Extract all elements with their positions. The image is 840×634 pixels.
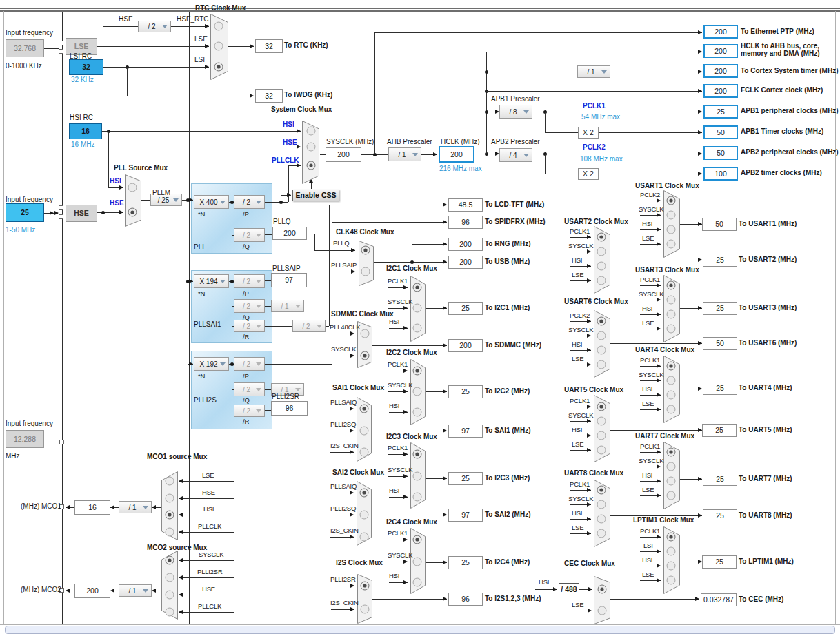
cortex-prescaler[interactable]: / 1: [577, 65, 610, 78]
uart7-clock-mux-option-3[interactable]: [667, 491, 675, 500]
lptim1-clock-mux-option-3[interactable]: [667, 576, 675, 584]
cortex-timer-freq[interactable]: 200: [703, 64, 738, 78]
uart7-freq[interactable]: 25: [703, 473, 737, 486]
spdifrx-freq[interactable]: 96: [448, 216, 483, 229]
i2s-freq[interactable]: 96: [448, 593, 483, 606]
mco2-source-mux-option-3[interactable]: [166, 608, 174, 616]
sai1-clock-mux-option-2[interactable]: [360, 448, 368, 456]
cec-clock-mux-option-1[interactable]: [598, 606, 606, 615]
pllsai-r-post-divider[interactable]: / 2: [292, 320, 326, 332]
plli2s-n-multiplier[interactable]: X 192: [194, 357, 229, 371]
mco1-divider[interactable]: / 1: [119, 501, 152, 513]
sdmmc-clock-mux-option-0[interactable]: [361, 329, 369, 338]
pll-source-mux[interactable]: [125, 174, 141, 227]
i2c1-clock-mux-option-1[interactable]: [413, 304, 421, 312]
cec-freq[interactable]: 0.032787: [701, 593, 737, 606]
rng-freq[interactable]: 200: [448, 238, 483, 251]
ahb-prescaler[interactable]: / 1: [388, 147, 421, 161]
mco1-source-mux[interactable]: [161, 471, 178, 540]
usart1-clock-mux[interactable]: [663, 190, 680, 258]
i2c1-clock-mux-option-2[interactable]: [413, 324, 421, 332]
sai1-clock-mux-option-1[interactable]: [360, 427, 368, 435]
usart3-clock-mux-option-1[interactable]: [667, 296, 675, 304]
uart5-clock-mux-option-2[interactable]: [597, 431, 606, 440]
mco2-source-mux-option-1[interactable]: [166, 573, 174, 582]
cec-clock-mux[interactable]: [594, 576, 610, 624]
clk48-clock-mux[interactable]: [359, 241, 374, 286]
mco2-source-mux[interactable]: [161, 551, 178, 620]
hclk-ahb-freq[interactable]: 200: [703, 44, 738, 58]
i2c1-freq[interactable]: 25: [448, 302, 483, 315]
i2c3-clock-mux-option-2[interactable]: [413, 493, 421, 501]
apb1-timer-freq[interactable]: 50: [703, 125, 738, 139]
uart7-clock-mux-option-2[interactable]: [667, 477, 675, 485]
uart7-clock-mux[interactable]: [663, 442, 680, 509]
apb2-peripheral-freq[interactable]: 50: [703, 146, 738, 160]
sdmmc-freq[interactable]: 200: [448, 339, 483, 352]
i2c3-clock-mux-option-1[interactable]: [413, 472, 421, 480]
usart6-clock-mux[interactable]: [594, 310, 610, 378]
sysclk-freq[interactable]: 200: [326, 147, 361, 162]
mco1-freq[interactable]: 16: [74, 500, 110, 515]
sai2-clock-mux-option-1[interactable]: [360, 511, 368, 519]
plli2sr-freq[interactable]: 96: [271, 401, 308, 416]
pll-q-divider[interactable]: / 2: [234, 228, 265, 242]
mco2-freq[interactable]: 200: [74, 584, 110, 598]
rtc-clock-mux-option-0[interactable]: [214, 22, 223, 30]
usart2-clock-mux-option-3[interactable]: [597, 276, 606, 285]
uart5-clock-mux[interactable]: [594, 395, 610, 462]
pllsai-q-divider[interactable]: / 2: [234, 299, 265, 313]
mco2-source-mux-option-2[interactable]: [166, 591, 174, 599]
usart2-freq[interactable]: 25: [703, 254, 737, 267]
hse-input-frequency[interactable]: 25: [6, 203, 44, 222]
mco1-source-mux-option-0[interactable]: [166, 477, 174, 485]
pllsaip-freq[interactable]: 97: [271, 273, 307, 287]
pllsai-p-divider[interactable]: / 2: [234, 274, 265, 288]
i2c1-clock-mux[interactable]: [410, 276, 426, 342]
uart8-freq[interactable]: 25: [703, 509, 737, 522]
i2c4-clock-mux-option-1[interactable]: [413, 558, 421, 566]
rtc-hse-divider[interactable]: / 2: [138, 21, 171, 32]
usart3-clock-mux-option-2[interactable]: [667, 310, 675, 318]
usart1-clock-mux-option-3[interactable]: [667, 240, 675, 248]
i2c2-clock-mux-option-2[interactable]: [413, 408, 421, 416]
i2c3-freq[interactable]: 25: [448, 472, 483, 485]
rtc-clock-mux[interactable]: [210, 14, 228, 80]
i2c4-clock-mux-option-2[interactable]: [413, 578, 421, 586]
lcd-tft-freq[interactable]: 48.5: [448, 198, 483, 212]
uart5-clock-mux-option-3[interactable]: [597, 446, 606, 454]
i2c4-freq[interactable]: 25: [448, 556, 483, 569]
i2c2-clock-mux-option-1[interactable]: [413, 387, 421, 396]
uart5-freq[interactable]: 25: [702, 424, 737, 437]
rtc-freq[interactable]: 32: [255, 39, 283, 53]
usart3-clock-mux[interactable]: [663, 275, 680, 342]
apb2-prescaler[interactable]: / 4: [499, 148, 532, 162]
uart4-clock-mux-option-2[interactable]: [667, 391, 675, 399]
plli2s-r-divider[interactable]: / 2: [234, 405, 265, 417]
plli2s-p-divider[interactable]: / 2: [234, 357, 265, 371]
usart6-clock-mux-option-2[interactable]: [597, 346, 606, 354]
pll-p-divider[interactable]: / 2: [234, 195, 265, 209]
i2c2-freq[interactable]: 25: [448, 385, 483, 398]
i2c3-clock-mux[interactable]: [410, 442, 426, 509]
sai1-clock-mux[interactable]: [357, 397, 372, 462]
i2c2-clock-mux[interactable]: [410, 359, 426, 425]
usart2-clock-mux-option-2[interactable]: [597, 262, 606, 270]
uart4-freq[interactable]: 25: [703, 382, 737, 395]
fclk-cortex-freq[interactable]: 200: [703, 84, 738, 98]
sai1-freq[interactable]: 97: [448, 425, 483, 438]
pllsai-q-post-divider[interactable]: / 1: [271, 300, 304, 312]
uart8-clock-mux[interactable]: [594, 480, 610, 547]
system-clock-mux-option-0[interactable]: [307, 127, 315, 135]
uart8-clock-mux-option-3[interactable]: [597, 529, 606, 538]
usart2-clock-mux-option-1[interactable]: [597, 247, 606, 256]
uart4-clock-mux-option-3[interactable]: [667, 405, 675, 413]
uart4-clock-mux-option-1[interactable]: [667, 376, 675, 385]
mco1-source-mux-option-3[interactable]: [166, 528, 174, 536]
usart6-clock-mux-option-1[interactable]: [597, 331, 606, 340]
usart6-freq[interactable]: 50: [703, 337, 737, 350]
hsi-rc-value[interactable]: 16: [69, 123, 102, 139]
mco1-source-mux-option-1[interactable]: [166, 494, 174, 502]
uart8-clock-mux-option-1[interactable]: [597, 500, 606, 509]
i2s-clock-mux[interactable]: [357, 574, 372, 624]
